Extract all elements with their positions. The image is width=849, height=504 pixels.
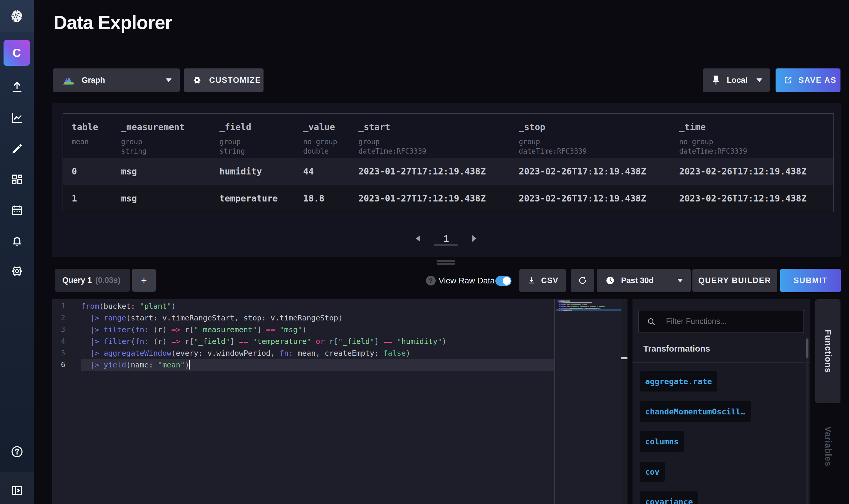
page-indicator-bar bbox=[434, 244, 458, 246]
table-cell: 18.8 bbox=[303, 193, 324, 203]
results-panel: tablemean_measurementgroupstring_fieldgr… bbox=[52, 103, 841, 257]
minimap-line bbox=[558, 301, 570, 302]
tab-functions[interactable]: Functions bbox=[815, 299, 841, 403]
minimap-line bbox=[558, 302, 592, 304]
table-cell: 2023-01-27T17:12:19.438Z bbox=[358, 166, 486, 177]
save-as-label: SAVE AS bbox=[798, 76, 837, 85]
save-as-button[interactable]: SAVE AS bbox=[776, 68, 841, 92]
function-chip[interactable]: columns bbox=[640, 431, 684, 452]
code-line: 5 |> aggregateWindow(every: v.windowPeri… bbox=[52, 347, 621, 359]
panel-drag-handle[interactable] bbox=[436, 260, 455, 262]
divider-handle[interactable] bbox=[621, 357, 628, 359]
query-tab-time: (0.03s) bbox=[95, 276, 121, 285]
submit-button[interactable]: SUBMIT bbox=[780, 269, 841, 292]
function-chip[interactable]: aggregate.rate bbox=[640, 371, 717, 392]
functions-scrollbar-thumb[interactable] bbox=[806, 339, 809, 358]
raw-data-toggle[interactable] bbox=[495, 276, 511, 286]
column-header: _start bbox=[358, 122, 390, 132]
query-builder-label: QUERY BUILDER bbox=[698, 276, 771, 285]
customize-label: CUSTOMIZE bbox=[209, 76, 261, 85]
view-type-dropdown[interactable]: Graph bbox=[53, 68, 180, 92]
code-line: 1from(bucket: "plant") bbox=[52, 300, 621, 312]
time-range-label: Past 30d bbox=[621, 276, 654, 285]
sidebar: C bbox=[0, 0, 34, 504]
functions-category-label: Transformations bbox=[643, 344, 710, 354]
table-cell: temperature bbox=[219, 193, 278, 203]
function-chip[interactable]: cov bbox=[640, 462, 665, 482]
add-query-button[interactable]: + bbox=[132, 269, 156, 292]
line-number: 6 bbox=[52, 359, 65, 371]
scope-dropdown[interactable]: Local bbox=[703, 68, 770, 92]
code-line: 4 |> filter(fn: (r) => r["_field"] == "t… bbox=[52, 336, 621, 347]
divider-line bbox=[632, 362, 810, 363]
upload-icon[interactable] bbox=[0, 79, 34, 95]
line-number: 4 bbox=[52, 336, 65, 347]
notebooks-pencil-icon[interactable] bbox=[0, 140, 34, 157]
table-row[interactable]: 0msghumidity442023-01-27T17:12:19.438Z20… bbox=[63, 158, 833, 185]
query-tab[interactable]: Query 1 (0.03s) bbox=[55, 269, 130, 292]
table-row[interactable]: 1msgtemperature18.82023-01-27T17:12:19.4… bbox=[63, 185, 833, 212]
help-icon[interactable] bbox=[0, 444, 34, 460]
refresh-icon bbox=[578, 275, 588, 286]
filter-functions-input[interactable]: Filter Functions... bbox=[638, 310, 804, 333]
table-cell: 2023-02-26T17:12:19.438Z bbox=[519, 193, 646, 203]
dashboards-grid-icon[interactable] bbox=[0, 171, 34, 188]
expand-sidebar-icon[interactable] bbox=[0, 482, 34, 499]
column-group-key: mean bbox=[72, 138, 89, 146]
editor-panel-divider[interactable] bbox=[621, 299, 628, 504]
table-cell: 44 bbox=[303, 166, 314, 177]
tasks-calendar-icon[interactable] bbox=[0, 202, 34, 218]
code-line: 2 |> range(start: v.timeRangeStart, stop… bbox=[52, 312, 621, 324]
table-cell: msg bbox=[121, 166, 137, 177]
line-number: 2 bbox=[52, 312, 65, 324]
external-link-icon bbox=[783, 75, 793, 85]
alerts-bell-icon[interactable] bbox=[0, 233, 34, 249]
column-datatype: string bbox=[121, 147, 147, 155]
minimap-line bbox=[558, 308, 600, 310]
customize-button[interactable]: CUSTOMIZE bbox=[184, 68, 264, 92]
pagination: 1 bbox=[416, 233, 476, 245]
explore-graph-icon[interactable] bbox=[0, 110, 34, 126]
page-number: 1 bbox=[444, 233, 449, 244]
query-tab-label: Query 1 bbox=[62, 276, 92, 285]
tab-variables[interactable]: Variables bbox=[815, 411, 841, 482]
function-chip[interactable]: chandeMomentumOscill… bbox=[640, 401, 751, 422]
query-builder-button[interactable]: QUERY BUILDER bbox=[692, 269, 777, 292]
chevron-down-icon bbox=[166, 78, 171, 82]
panel-drag-handle[interactable] bbox=[436, 263, 455, 265]
next-page-icon[interactable] bbox=[472, 235, 476, 242]
raw-data-help-icon[interactable]: ? bbox=[426, 276, 436, 286]
table-header: tablemean_measurementgroupstring_fieldgr… bbox=[63, 114, 833, 158]
functions-scrollbar-track[interactable] bbox=[806, 337, 809, 504]
column-header: _value bbox=[303, 122, 335, 132]
column-header: _time bbox=[679, 122, 706, 132]
csv-download-button[interactable]: CSV bbox=[519, 269, 566, 292]
line-number: 5 bbox=[52, 347, 65, 359]
download-icon bbox=[527, 276, 536, 285]
minimap-line bbox=[558, 310, 572, 311]
table-cell: 2023-02-26T17:12:19.438Z bbox=[519, 166, 646, 177]
editor-minimap[interactable] bbox=[556, 299, 621, 504]
time-range-dropdown[interactable]: Past 30d bbox=[597, 269, 691, 292]
prev-page-icon[interactable] bbox=[416, 235, 420, 242]
org-avatar[interactable]: C bbox=[3, 40, 30, 66]
search-icon bbox=[647, 317, 656, 326]
view-type-label: Graph bbox=[82, 76, 105, 85]
refresh-button[interactable] bbox=[571, 269, 594, 292]
column-header: _stop bbox=[519, 122, 545, 132]
function-chip[interactable]: covariance bbox=[640, 491, 698, 504]
raw-data-table: tablemean_measurementgroupstring_fieldgr… bbox=[62, 113, 834, 212]
settings-gear-icon[interactable] bbox=[0, 263, 34, 279]
column-group-key: group bbox=[121, 138, 142, 146]
minimap-line bbox=[558, 306, 605, 308]
column-group-key: no group bbox=[303, 138, 337, 146]
csv-label: CSV bbox=[541, 276, 558, 285]
column-header: _field bbox=[219, 122, 251, 132]
column-datatype: dateTime:RFC3339 bbox=[519, 147, 587, 155]
table-cell: humidity bbox=[219, 166, 262, 177]
functions-panel: Filter Functions... Transformations aggr… bbox=[632, 299, 810, 504]
flux-code-editor[interactable]: 1from(bucket: "plant")2 |> range(start: … bbox=[52, 299, 621, 504]
submit-label: SUBMIT bbox=[794, 276, 828, 285]
table-cell: 2023-01-27T17:12:19.438Z bbox=[358, 193, 486, 203]
influxdb-logo-icon[interactable] bbox=[10, 9, 24, 23]
